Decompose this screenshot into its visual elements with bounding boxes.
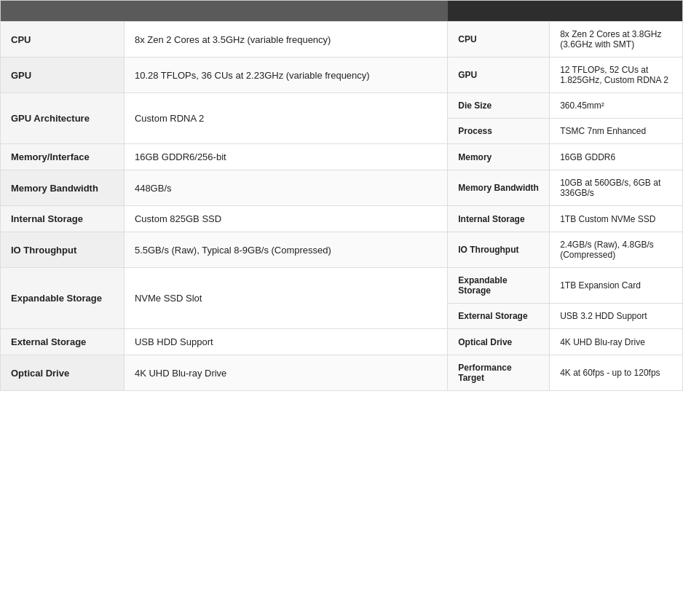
ps5-value: 8x Zen 2 Cores at 3.5GHz (variable frequ… <box>124 22 447 58</box>
table-row: Internal Storage Custom 825GB SSD Intern… <box>1 206 683 232</box>
header-row <box>1 1 683 22</box>
xbox-value: 360.45mm² <box>550 93 683 119</box>
comparison-table: CPU 8x Zen 2 Cores at 3.5GHz (variable f… <box>0 0 683 391</box>
xbox-header <box>448 1 683 22</box>
table-row: GPU Architecture Custom RDNA 2 Die Size … <box>1 93 683 119</box>
xbox-label: GPU <box>448 58 550 93</box>
xbox-value: 1TB Expansion Card <box>550 268 683 304</box>
ps5-value: NVMe SSD Slot <box>124 268 447 329</box>
xbox-value: TSMC 7nm Enhanced <box>550 119 683 144</box>
xbox-label: Expandable Storage <box>448 268 550 304</box>
ps5-value: USB HDD Support <box>124 329 447 355</box>
ps5-label: GPU Architecture <box>1 93 125 144</box>
ps5-label: External Storage <box>1 329 125 355</box>
xbox-value: 16GB GDDR6 <box>550 144 683 170</box>
xbox-label: External Storage <box>448 304 550 329</box>
ps5-label: Expandable Storage <box>1 268 125 329</box>
xbox-label: Internal Storage <box>448 206 550 232</box>
ps5-label: Optical Drive <box>1 355 125 391</box>
xbox-label: CPU <box>448 22 550 58</box>
xbox-value: 1TB Custom NVMe SSD <box>550 206 683 232</box>
xbox-label: Performance Target <box>448 355 550 391</box>
table-row: GPU 10.28 TFLOPs, 36 CUs at 2.23GHz (var… <box>1 58 683 93</box>
xbox-label: Memory Bandwidth <box>448 170 550 206</box>
table-row: Memory Bandwidth 448GB/s Memory Bandwidt… <box>1 170 683 206</box>
xbox-label: IO Throughput <box>448 232 550 268</box>
xbox-label: Die Size <box>448 93 550 119</box>
ps5-label: Memory Bandwidth <box>1 170 125 206</box>
xbox-label: Optical Drive <box>448 329 550 355</box>
ps5-value: Custom RDNA 2 <box>124 93 447 144</box>
xbox-label: Process <box>448 119 550 144</box>
table-row: Expandable Storage NVMe SSD Slot Expanda… <box>1 268 683 304</box>
ps5-label: Memory/Interface <box>1 144 125 170</box>
xbox-value: 4K UHD Blu-ray Drive <box>550 329 683 355</box>
ps5-label: CPU <box>1 22 125 58</box>
ps5-value: 5.5GB/s (Raw), Typical 8-9GB/s (Compress… <box>124 232 447 268</box>
table-row: Optical Drive 4K UHD Blu-ray Drive Perfo… <box>1 355 683 391</box>
ps5-value: 16GB GDDR6/256-bit <box>124 144 447 170</box>
table-row: IO Throughput 5.5GB/s (Raw), Typical 8-9… <box>1 232 683 268</box>
ps5-header <box>1 1 448 22</box>
ps5-label: IO Throughput <box>1 232 125 268</box>
ps5-value: 10.28 TFLOPs, 36 CUs at 2.23GHz (variabl… <box>124 58 447 93</box>
xbox-value: 2.4GB/s (Raw), 4.8GB/s (Compressed) <box>550 232 683 268</box>
ps5-value: Custom 825GB SSD <box>124 206 447 232</box>
ps5-label: Internal Storage <box>1 206 125 232</box>
ps5-value: 448GB/s <box>124 170 447 206</box>
xbox-value: 8x Zen 2 Cores at 3.8GHz (3.6GHz with SM… <box>550 22 683 58</box>
table-row: External Storage USB HDD Support Optical… <box>1 329 683 355</box>
xbox-value: USB 3.2 HDD Support <box>550 304 683 329</box>
xbox-value: 4K at 60fps - up to 120fps <box>550 355 683 391</box>
ps5-value: 4K UHD Blu-ray Drive <box>124 355 447 391</box>
ps5-label: GPU <box>1 58 125 93</box>
xbox-value: 10GB at 560GB/s, 6GB at 336GB/s <box>550 170 683 206</box>
table-row: CPU 8x Zen 2 Cores at 3.5GHz (variable f… <box>1 22 683 58</box>
xbox-label: Memory <box>448 144 550 170</box>
table-row: Memory/Interface 16GB GDDR6/256-bit Memo… <box>1 144 683 170</box>
xbox-value: 12 TFLOPs, 52 CUs at 1.825GHz, Custom RD… <box>550 58 683 93</box>
